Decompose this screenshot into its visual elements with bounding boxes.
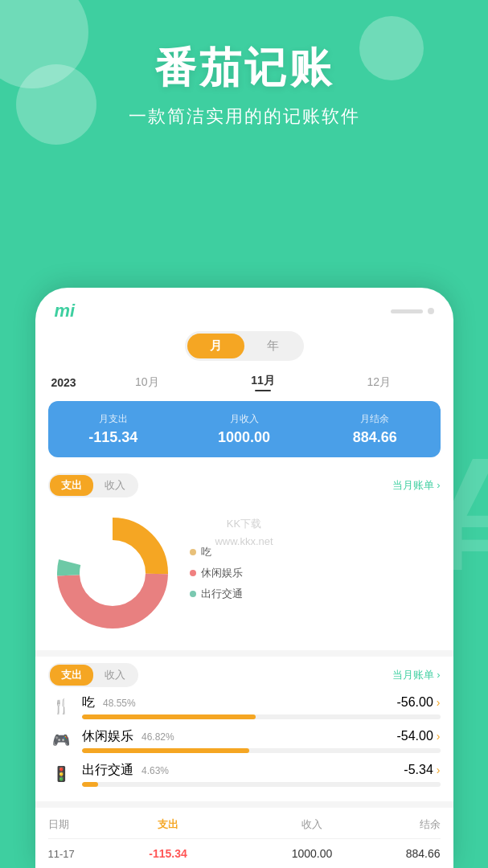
chart-legend: 吃 休闲娱乐 出行交通 <box>190 545 243 601</box>
tab-year[interactable]: 年 <box>244 334 301 358</box>
cat-bar-bg-transport <box>82 782 441 787</box>
cat-name-row-leisure: 休闲娱乐 46.82% -54.00 › <box>82 728 441 745</box>
notch-bar <box>391 309 423 313</box>
divider-2 <box>35 801 453 808</box>
cat-amount-eat: -56.00 › <box>396 695 440 710</box>
cat-arrow-eat: › <box>437 696 441 709</box>
tx-income-1: 1000.00 <box>240 847 384 860</box>
phone-wrapper: mi 月 年 2023 10月 11月 12月 月支出 -115.34 <box>35 288 453 868</box>
cat-section-header: 支出 收入 当月账单 › <box>48 663 441 687</box>
cat-amount-transport: -5.34 › <box>404 763 440 777</box>
summary-card: 月支出 -115.34 月收入 1000.00 月结余 884.66 <box>48 401 441 457</box>
tab-month[interactable]: 月 <box>187 334 244 358</box>
cat-item-eat: 🍴 吃 48.55% -56.00 › <box>48 694 441 719</box>
tab-pill: 月 年 <box>185 331 304 361</box>
header-section: 番茄记账 一款简洁实用的的记账软件 <box>0 0 488 129</box>
cat-pct-transport: 4.63% <box>141 765 169 776</box>
watermark-section: KK下载 www.kkx.net 支出 收入 当月账单 › <box>35 467 453 650</box>
tx-expense-1: -115.34 <box>96 847 240 860</box>
cat-bar-fill-leisure <box>82 748 250 753</box>
cat-bar-fill-transport <box>82 782 99 787</box>
expense-label: 月支出 <box>48 412 179 426</box>
cat-bar-fill-eat <box>82 714 256 719</box>
tx-table: 日期 支出 收入 结余 11-17 -115.34 1000.00 884.66 <box>35 808 453 868</box>
app-title: 番茄记账 <box>0 40 488 96</box>
cat-toggle-income[interactable]: 收入 <box>93 665 137 686</box>
cat-name-eat: 吃 48.55% <box>82 694 136 711</box>
phone-notch <box>391 308 434 314</box>
cat-bar-bg-eat <box>82 714 441 719</box>
legend-transport: 出行交通 <box>190 587 243 601</box>
cat-arrow-leisure: › <box>437 730 441 743</box>
month-item-dec[interactable]: 12月 <box>321 372 437 393</box>
cat-pct-eat: 48.55% <box>103 698 136 709</box>
legend-label-eat: 吃 <box>201 545 211 559</box>
cat-label-eat: 吃 <box>82 695 95 709</box>
cat-icon-eat: 🍴 <box>48 694 74 719</box>
legend-dot-transport <box>190 591 196 597</box>
phone-mockup: mi 月 年 2023 10月 11月 12月 月支出 -115.34 <box>35 288 453 868</box>
tx-header: 日期 支出 收入 结余 <box>48 817 441 839</box>
legend-label-leisure: 休闲娱乐 <box>201 566 243 580</box>
donut-section-header: 支出 收入 当月账单 › <box>35 467 453 501</box>
divider-1 <box>35 650 453 657</box>
donut-toggle-income[interactable]: 收入 <box>93 475 137 496</box>
cat-info-leisure: 休闲娱乐 46.82% -54.00 › <box>82 728 441 753</box>
month-year: 2023 <box>51 376 76 389</box>
legend-leisure: 休闲娱乐 <box>190 566 243 580</box>
cat-item-leisure: 🎮 休闲娱乐 46.82% -54.00 › <box>48 727 441 753</box>
cat-amount-leisure: -54.00 › <box>396 729 440 743</box>
cat-info-transport: 出行交通 4.63% -5.34 › <box>82 762 441 787</box>
tx-row-1: 11-17 -115.34 1000.00 884.66 <box>48 839 441 868</box>
cat-toggle-expense[interactable]: 支出 <box>50 665 93 686</box>
cat-name-row-transport: 出行交通 4.63% -5.34 › <box>82 762 441 779</box>
cat-section-link[interactable]: 当月账单 › <box>392 668 441 682</box>
legend-dot-eat <box>190 549 196 555</box>
donut-section-link[interactable]: 当月账单 › <box>392 478 441 493</box>
summary-expense: 月支出 -115.34 <box>48 412 179 446</box>
cat-value-eat: -56.00 <box>396 695 433 710</box>
cat-icon-leisure: 🎮 <box>48 727 74 753</box>
month-item-oct[interactable]: 10月 <box>89 372 205 393</box>
cat-name-row-eat: 吃 48.55% -56.00 › <box>82 694 441 711</box>
chart-section: 吃 休闲娱乐 出行交通 <box>35 501 453 650</box>
donut-toggle: 支出 收入 <box>48 473 138 497</box>
cat-name-transport: 出行交通 4.63% <box>82 762 169 779</box>
cat-value-leisure: -54.00 <box>396 729 433 743</box>
balance-value: 884.66 <box>310 429 441 446</box>
cat-icon-transport: 🚦 <box>48 761 74 787</box>
tx-col-income-header: 收入 <box>240 817 384 832</box>
tx-col-date-header: 日期 <box>48 817 96 832</box>
cat-bar-bg-leisure <box>82 748 441 753</box>
balance-label: 月结余 <box>310 412 441 426</box>
notch-dot <box>428 308 434 314</box>
summary-balance: 月结余 884.66 <box>310 412 441 446</box>
cat-label-transport: 出行交通 <box>82 763 133 776</box>
cat-label-leisure: 休闲娱乐 <box>82 729 133 743</box>
income-label: 月收入 <box>178 412 310 426</box>
tx-balance-1: 884.66 <box>384 847 441 860</box>
tab-selector: 月 年 <box>35 331 453 361</box>
income-value: 1000.00 <box>178 429 310 446</box>
legend-dot-leisure <box>190 570 196 576</box>
phone-brand: mi <box>55 301 76 321</box>
expense-value: -115.34 <box>48 429 179 446</box>
cat-toggle: 支出 收入 <box>48 663 138 687</box>
legend-eat: 吃 <box>190 545 243 559</box>
cat-name-leisure: 休闲娱乐 46.82% <box>82 728 174 745</box>
phone-top-bar: mi <box>35 288 453 328</box>
tx-col-expense-header: 支出 <box>96 817 240 832</box>
summary-income: 月收入 1000.00 <box>178 412 310 446</box>
cat-info-eat: 吃 48.55% -56.00 › <box>82 694 441 719</box>
cat-pct-leisure: 46.82% <box>141 731 174 743</box>
tx-date-1: 11-17 <box>48 848 96 860</box>
tx-col-balance-header: 结余 <box>384 817 441 832</box>
cat-arrow-transport: › <box>437 764 441 776</box>
month-nav: 2023 10月 11月 12月 <box>35 371 453 401</box>
legend-label-transport: 出行交通 <box>201 587 243 601</box>
month-item-nov[interactable]: 11月 <box>205 371 321 395</box>
app-subtitle: 一款简洁实用的的记账软件 <box>0 104 488 129</box>
donut-center <box>80 541 145 605</box>
cat-section: 支出 收入 当月账单 › 🍴 吃 48.55% -56.00 <box>35 657 453 801</box>
donut-toggle-expense[interactable]: 支出 <box>50 475 93 496</box>
